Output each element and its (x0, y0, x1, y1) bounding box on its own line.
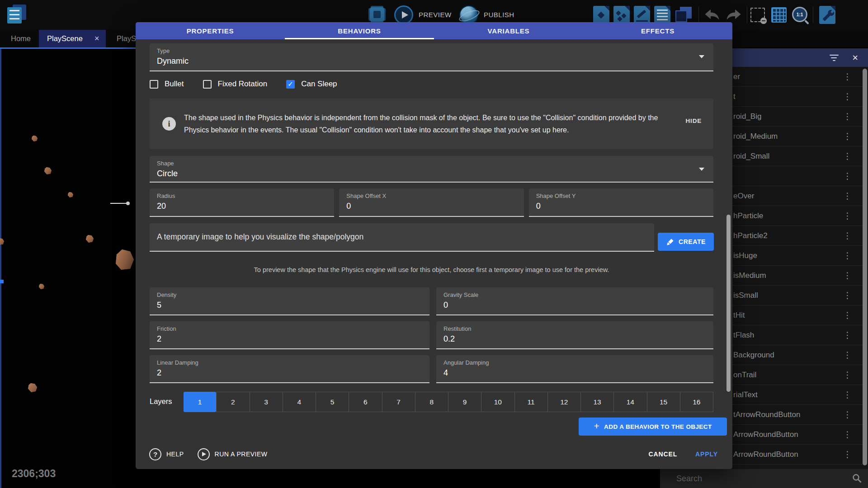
cancel-button[interactable]: CANCEL (648, 450, 677, 458)
kebab-menu-icon[interactable]: ⋮ (843, 271, 852, 280)
friction-field[interactable]: Friction 2 (150, 321, 429, 349)
kebab-menu-icon[interactable]: ⋮ (843, 112, 852, 121)
gravity-scale-field[interactable]: Gravity Scale 0 (436, 287, 713, 315)
asteroid-sprite[interactable] (32, 136, 38, 141)
tab-effects[interactable]: EFFECTS (583, 22, 732, 39)
asteroid-sprite[interactable] (86, 235, 94, 243)
kebab-menu-icon[interactable]: ⋮ (843, 172, 852, 180)
tab-playscene[interactable]: PlayScene × (39, 30, 106, 47)
layer-button-1[interactable]: 1 (184, 392, 216, 412)
shape-dropdown[interactable]: Shape Circle (150, 156, 713, 183)
zoom-one-to-one-icon[interactable]: 1:1 (792, 7, 807, 22)
instances-panel-icon[interactable] (613, 6, 630, 24)
asteroid-sprite[interactable] (44, 167, 52, 174)
fixed-rotation-checkbox-group[interactable]: Fixed Rotation (203, 80, 268, 89)
layers-panel-icon[interactable] (675, 6, 693, 24)
asteroid-sprite[interactable] (28, 383, 37, 392)
kebab-menu-icon[interactable]: ⋮ (843, 211, 852, 220)
layer-button-3[interactable]: 3 (250, 392, 283, 412)
layer-button-8[interactable]: 8 (415, 392, 448, 412)
tab-properties[interactable]: PROPERTIES (136, 22, 285, 39)
debugger-icon[interactable] (370, 7, 384, 22)
tab-home[interactable]: Home (3, 30, 39, 47)
preview-button[interactable]: PREVIEW (419, 11, 452, 19)
kebab-menu-icon[interactable]: ⋮ (843, 410, 852, 419)
objects-panel-icon[interactable] (593, 6, 609, 24)
kebab-menu-icon[interactable]: ⋮ (843, 311, 852, 319)
create-button[interactable]: CREATE (658, 233, 714, 251)
kebab-menu-icon[interactable]: ⋮ (843, 291, 852, 300)
layer-button-12[interactable]: 12 (548, 392, 581, 412)
shape-offset-y-field[interactable]: Shape Offset Y 0 (529, 188, 713, 217)
layer-button-6[interactable]: 6 (349, 392, 382, 412)
layer-button-16[interactable]: 16 (680, 392, 713, 412)
kebab-menu-icon[interactable]: ⋮ (843, 132, 852, 141)
kebab-menu-icon[interactable]: ⋮ (843, 371, 852, 379)
kebab-menu-icon[interactable]: ⋮ (843, 152, 852, 160)
kebab-menu-icon[interactable]: ⋮ (843, 251, 852, 260)
run-preview-button[interactable]: RUN A PREVIEW (198, 448, 268, 460)
publish-globe-icon[interactable] (459, 5, 478, 24)
asteroid-sprite-large[interactable] (116, 249, 134, 270)
edit-scene-icon[interactable] (634, 6, 650, 24)
bullet-checkbox[interactable] (150, 80, 158, 89)
instance-handle-dot[interactable] (126, 202, 130, 205)
kebab-menu-icon[interactable]: ⋮ (843, 351, 852, 359)
canvas-left-scrollbar[interactable] (0, 49, 1, 488)
kebab-menu-icon[interactable]: ⋮ (843, 192, 852, 200)
kebab-menu-icon[interactable]: ⋮ (843, 92, 852, 101)
events-list-icon[interactable] (654, 6, 670, 24)
deselect-instances-icon[interactable] (750, 8, 765, 22)
layer-button-4[interactable]: 4 (283, 392, 316, 412)
layer-button-11[interactable]: 11 (515, 392, 548, 412)
close-tab-icon[interactable]: × (94, 34, 99, 43)
undo-icon[interactable] (703, 7, 721, 23)
redo-icon[interactable] (725, 7, 742, 23)
scene-properties-icon[interactable] (819, 6, 835, 24)
layer-button-2[interactable]: 2 (216, 392, 250, 412)
publish-button[interactable]: PUBLISH (484, 11, 514, 19)
layer-button-13[interactable]: 13 (581, 392, 614, 412)
asteroid-sprite[interactable] (68, 192, 73, 197)
search-input[interactable] (660, 474, 832, 483)
layer-button-15[interactable]: 15 (647, 392, 680, 412)
radius-field[interactable]: Radius 20 (150, 188, 334, 217)
preview-play-icon[interactable] (394, 5, 413, 24)
layer-button-7[interactable]: 7 (382, 392, 415, 412)
grid-toggle-icon[interactable] (771, 7, 787, 23)
hide-button[interactable]: HIDE (686, 117, 702, 124)
objects-list-scrollbar[interactable] (863, 69, 867, 465)
density-field[interactable]: Density 5 (150, 287, 429, 315)
asteroid-sprite[interactable] (0, 238, 4, 245)
kebab-menu-icon[interactable]: ⋮ (843, 450, 852, 459)
project-manager-icon[interactable] (6, 4, 28, 25)
help-button[interactable]: ? HELP (149, 448, 184, 460)
shape-offset-x-field[interactable]: Shape Offset X 0 (339, 188, 524, 217)
close-panel-icon[interactable]: × (852, 53, 858, 63)
tab-variables[interactable]: VARIABLES (434, 22, 583, 39)
kebab-menu-icon[interactable]: ⋮ (843, 72, 852, 81)
can-sleep-checkbox[interactable]: ✓ (286, 80, 295, 89)
kebab-menu-icon[interactable]: ⋮ (843, 331, 852, 339)
kebab-menu-icon[interactable]: ⋮ (843, 430, 852, 439)
layer-button-10[interactable]: 10 (481, 392, 514, 412)
asteroid-sprite[interactable] (39, 284, 44, 289)
filter-icon[interactable] (830, 55, 839, 61)
selection-handle[interactable] (0, 280, 4, 283)
angular-damping-field[interactable]: Angular Damping 4 (436, 355, 713, 383)
restitution-field[interactable]: Restitution 0.2 (436, 321, 713, 349)
tab-behaviors[interactable]: BEHAVIORS (285, 22, 434, 39)
temporary-image-field[interactable]: A temporary image to help you visualize … (150, 223, 654, 252)
layer-button-5[interactable]: 5 (316, 392, 349, 412)
dialog-scrollbar[interactable] (726, 215, 731, 392)
bullet-checkbox-group[interactable]: Bullet (150, 80, 184, 89)
kebab-menu-icon[interactable]: ⋮ (843, 390, 852, 399)
can-sleep-checkbox-group[interactable]: ✓ Can Sleep (286, 80, 337, 89)
type-dropdown[interactable]: Type Dynamic (150, 43, 713, 71)
fixed-rotation-checkbox[interactable] (203, 80, 212, 89)
add-behavior-button[interactable]: + ADD A BEHAVIOR TO THE OBJECT (579, 418, 727, 436)
kebab-menu-icon[interactable]: ⋮ (843, 231, 852, 240)
layer-button-14[interactable]: 14 (614, 392, 647, 412)
apply-button[interactable]: APPLY (695, 450, 718, 458)
layer-button-9[interactable]: 9 (448, 392, 481, 412)
